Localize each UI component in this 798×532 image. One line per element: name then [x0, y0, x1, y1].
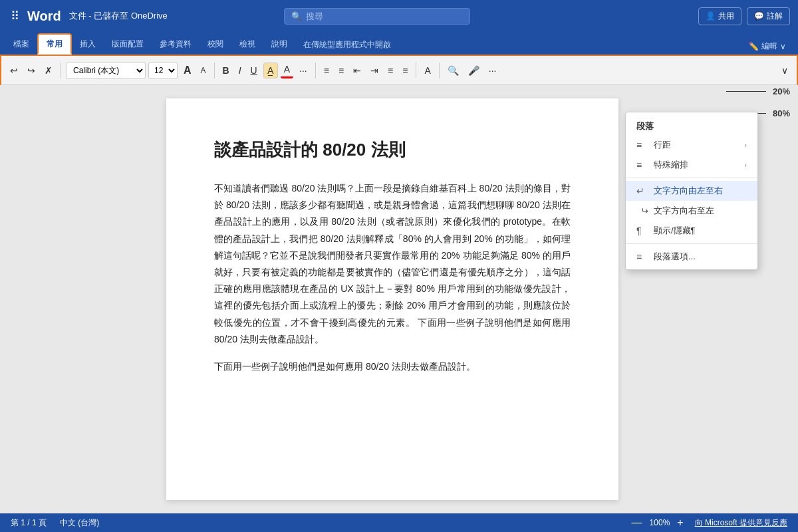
find-button[interactable]: 🔍	[444, 63, 462, 78]
font-size-selector[interactable]: 12 10 11 14 16	[148, 62, 178, 79]
numbered-list-button[interactable]: ≡	[335, 63, 347, 78]
filename-label: 文件 - 已儲存至 OneDrive	[69, 10, 168, 22]
title-bar: ⠿ Word 文件 - 已儲存至 OneDrive 🔍 👤 共用 💬 註解	[0, 0, 798, 32]
font-size-decrease-button[interactable]: A	[198, 64, 209, 77]
zoom-out-button[interactable]: —	[628, 515, 646, 531]
show-hide-label: 顯示/隱藏¶	[654, 225, 696, 237]
edit-mode-button[interactable]: ✏️ 編輯 ∨	[742, 38, 793, 55]
dropdown-item-rtl[interactable]: ↵ 文字方向右至左	[626, 201, 757, 221]
share-button[interactable]: 👤 共用	[698, 7, 741, 25]
paragraph-options-label: 段落選項...	[654, 251, 696, 263]
formatting-toolbar: ↩ ↪ ✗ Calibri (本文) 12 10 11 14 16 A A B …	[0, 56, 798, 85]
paragraph-1: 不知道讀者們聽過 80/20 法則嗎？上面一段是摘錄自維基百科上 80/20 法…	[214, 180, 571, 348]
increase-indent-button[interactable]: ⇥	[367, 63, 382, 78]
left-margin	[0, 85, 40, 513]
word-logo: Word	[27, 9, 61, 24]
comment-label: 註解	[767, 11, 783, 22]
dropdown-header: 段落	[626, 115, 757, 135]
comment-icon: 💬	[754, 11, 764, 21]
document-body: 不知道讀者們聽過 80/20 法則嗎？上面一段是摘錄自維基百科上 80/20 法…	[214, 180, 571, 375]
tab-insert[interactable]: 插入	[72, 33, 104, 55]
toolbar-separator-5	[439, 63, 440, 78]
tab-layout[interactable]: 版面配置	[104, 33, 152, 55]
dropdown-item-ltr[interactable]: ↵ 文字方向由左至右	[626, 181, 757, 201]
zoom-control: — 100% +	[628, 515, 687, 531]
annotation-20-text: 20%	[773, 86, 790, 96]
rtl-label: 文字方向右至左	[654, 205, 714, 217]
line-spacing-icon: ≡	[636, 140, 648, 150]
toolbar-separator-4	[416, 63, 416, 78]
tab-home[interactable]: 常用	[37, 33, 72, 55]
redo-button[interactable]: ↪	[24, 63, 39, 78]
decrease-indent-button[interactable]: ⇤	[350, 63, 364, 78]
dropdown-item-show-hide[interactable]: ¶ 顯示/隱藏¶	[626, 221, 757, 241]
arrow-icon: ›	[744, 141, 747, 149]
toolbar-separator-3	[315, 63, 316, 78]
comment-button[interactable]: 💬 註解	[747, 7, 790, 25]
shading-button[interactable]: A	[421, 63, 434, 78]
align-right-button[interactable]: ≡	[399, 63, 411, 78]
font-color-button[interactable]: A	[281, 62, 293, 78]
bold-button[interactable]: B	[219, 63, 233, 78]
underline-button[interactable]: U	[247, 63, 261, 78]
dropdown-divider	[626, 178, 757, 178]
title-actions: 👤 共用 💬 註解	[698, 7, 790, 25]
page-info: 第 1 / 1 頁	[11, 517, 47, 529]
expand-toolbar-button[interactable]: ∨	[778, 63, 791, 78]
annotation-80-text: 80%	[773, 108, 790, 118]
undo-button[interactable]: ↩	[7, 63, 21, 78]
more-button[interactable]: ···	[485, 63, 500, 78]
zoom-in-button[interactable]: +	[674, 515, 686, 531]
dropdown-item-paragraph-options[interactable]: ≡ 段落選項...	[626, 247, 757, 267]
paragraph-dropdown: 段落 ≡ 行距 › ≡ 特殊縮排 › ↵ 文字方向由左至右 ↵ 文字方向右至左 …	[625, 112, 758, 270]
language-label: 中文 (台灣)	[60, 517, 99, 529]
voice-button[interactable]: 🎤	[465, 63, 483, 78]
arrow-icon-2: ›	[744, 161, 747, 169]
chevron-down-icon: ∨	[780, 42, 786, 51]
tab-file[interactable]: 檔案	[5, 33, 37, 55]
paragraph-2: 下面用一些例子說明他們是如何應用 80/20 法則去做產品設計。	[214, 358, 571, 375]
align-left-button[interactable]: ≡	[384, 63, 396, 78]
tab-review[interactable]: 校閱	[200, 33, 231, 55]
rtl-icon: ↵	[636, 205, 648, 216]
tab-help[interactable]: 說明	[263, 33, 295, 55]
share-label: 共用	[718, 11, 734, 22]
bullet-list-button[interactable]: ≡	[321, 63, 332, 78]
search-box[interactable]: 🔍	[284, 8, 470, 25]
edit-label: 編輯	[761, 41, 777, 52]
share-icon: 👤	[706, 11, 716, 21]
tab-view[interactable]: 檢視	[231, 33, 263, 55]
font-size-increase-button[interactable]: A	[180, 63, 195, 78]
search-icon: 🔍	[291, 11, 302, 21]
apps-grid-icon[interactable]: ⠿	[8, 6, 22, 26]
highlight-button[interactable]: A̲	[263, 63, 278, 78]
special-indent-icon: ≡	[636, 160, 648, 170]
status-bar: 第 1 / 1 頁 中文 (台灣) — 100% + 向 Microsoft 提…	[0, 513, 798, 532]
feedback-label[interactable]: 向 Microsoft 提供意見反應	[695, 517, 787, 529]
clear-format-button[interactable]: ✗	[41, 63, 56, 78]
tab-references[interactable]: 參考資料	[152, 33, 200, 55]
ltr-label: 文字方向由左至右	[654, 185, 723, 197]
more-font-button[interactable]: ···	[296, 63, 311, 78]
document[interactable]: 談產品設計的 80/20 法則 不知道讀者們聽過 80/20 法則嗎？上面一段是…	[166, 98, 618, 500]
ltr-icon: ↵	[636, 186, 648, 196]
zoom-value: 100%	[650, 518, 670, 527]
dropdown-item-line-spacing[interactable]: ≡ 行距 ›	[626, 135, 757, 155]
ribbon-tabs: 檔案 常用 插入 版面配置 參考資料 校閱 檢視 說明 在傳統型應用程式中開啟 …	[0, 32, 798, 56]
paragraph-options-icon: ≡	[636, 251, 648, 262]
document-title: 談產品設計的 80/20 法則	[214, 138, 571, 162]
dropdown-divider-2	[626, 243, 757, 244]
italic-button[interactable]: I	[235, 63, 245, 78]
traditional-mode-button[interactable]: 在傳統型應用程式中開啟	[295, 35, 399, 55]
annotation-20: 20%	[726, 86, 790, 96]
font-family-selector[interactable]: Calibri (本文)	[66, 62, 146, 79]
search-input[interactable]	[306, 11, 463, 21]
toolbar-separator-2	[214, 63, 215, 78]
special-indent-label: 特殊縮排	[654, 159, 688, 171]
dropdown-item-special-indent[interactable]: ≡ 特殊縮排 ›	[626, 155, 757, 175]
show-hide-icon: ¶	[636, 225, 648, 236]
line-spacing-label: 行距	[654, 139, 671, 151]
pencil-icon: ✏️	[749, 42, 759, 51]
toolbar-separator-1	[61, 63, 61, 78]
status-right: — 100% + 向 Microsoft 提供意見反應	[628, 515, 787, 531]
